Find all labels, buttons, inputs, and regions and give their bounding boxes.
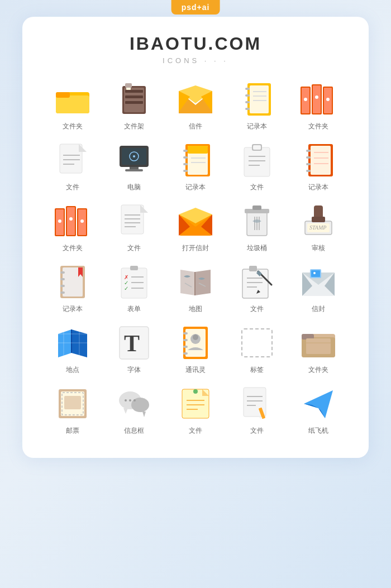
svg-rect-139	[183, 332, 188, 334]
svg-rect-152	[64, 396, 81, 409]
icon-doc-pencil	[239, 386, 275, 422]
icon-item-sticky-note: 文件	[168, 386, 223, 436]
svg-rect-98	[60, 278, 65, 280]
svg-text:✓: ✓	[124, 285, 128, 291]
icon-label-speech-bubbles: 信息框	[124, 426, 144, 436]
icon-item-notebook-orange: 记录本	[290, 142, 346, 192]
svg-marker-33	[79, 144, 87, 152]
svg-rect-48	[183, 150, 188, 152]
icon-item-envelope-photo: 信封	[290, 264, 346, 314]
svg-rect-49	[183, 156, 188, 159]
icon-item-stamp-mail: 邮票	[45, 386, 101, 436]
svg-rect-50	[183, 163, 188, 165]
icon-speech-bubbles	[116, 386, 152, 422]
svg-rect-6	[125, 95, 143, 98]
icons-grid: 文件夹 文件架 信件 记录本	[45, 82, 346, 436]
site-title: IBAOTU.COM	[45, 34, 346, 54]
icon-contacts	[178, 325, 213, 361]
svg-rect-59	[311, 146, 331, 175]
icon-item-folders-binder: 文件夹	[290, 82, 346, 131]
svg-rect-97	[60, 271, 65, 274]
icon-letter	[178, 82, 213, 117]
icon-label-checklist: 表单	[127, 304, 141, 314]
svg-marker-172	[304, 390, 333, 418]
svg-point-159	[133, 399, 136, 401]
svg-marker-154	[123, 408, 128, 414]
icon-item-document-plain: 文件	[45, 142, 101, 192]
svg-rect-52	[244, 147, 270, 176]
icon-label-letter: 信件	[189, 122, 202, 131]
card-header: IBAOTU.COM ICONS · · ·	[45, 34, 346, 65]
icon-item-pen-document: 文件	[229, 264, 285, 314]
icon-file-rack	[116, 82, 152, 117]
icon-label-paper-plane: 纸飞机	[308, 426, 328, 436]
icon-item-paper-plane: 纸飞机	[290, 386, 346, 436]
icon-doc-lines	[116, 203, 152, 239]
svg-rect-89	[252, 205, 261, 210]
icon-sticky-note	[178, 386, 213, 422]
svg-rect-1	[56, 95, 89, 113]
icon-map-book	[178, 264, 213, 300]
svg-rect-114	[249, 266, 257, 271]
icon-document-plain	[55, 142, 90, 178]
icon-label-contacts: 通讯灵	[185, 365, 206, 375]
icon-label-computer: 电脑	[127, 183, 141, 192]
svg-rect-41	[130, 167, 139, 169]
icon-item-computer: 电脑	[106, 142, 162, 192]
svg-rect-15	[250, 85, 269, 113]
icon-item-doc-lines: 文件	[106, 203, 162, 253]
icon-computer	[116, 142, 152, 178]
icon-item-stamp: STAMP 审核	[290, 203, 346, 253]
icon-label-location-map: 地点	[66, 365, 79, 375]
icon-label-map-book: 地图	[189, 304, 202, 314]
icon-label-stamp: 审核	[312, 243, 325, 253]
svg-rect-73	[58, 219, 61, 223]
icon-label-file-rack: 文件架	[124, 122, 144, 131]
site-subtitle: ICONS · · ·	[45, 56, 346, 65]
svg-rect-142	[183, 352, 188, 355]
svg-rect-63	[306, 150, 311, 152]
icon-stamp-mail	[55, 386, 90, 422]
icon-item-checklist: ✗ ✓ ✓ 表单	[106, 264, 162, 314]
icon-paper-plane	[301, 386, 336, 422]
icon-label-clipboard-doc: 文件	[250, 183, 264, 192]
svg-rect-45	[188, 146, 208, 154]
icon-label-pen-document: 文件	[250, 304, 264, 314]
svg-rect-31	[326, 98, 330, 101]
icon-binders-row	[55, 203, 90, 239]
icon-label-notebook-bookmark: 记录本	[63, 304, 83, 314]
icon-label-doc-pencil: 文件	[250, 426, 264, 436]
format-badge: psd+ai	[171, 0, 220, 15]
icon-item-folder-tan: 文件夹	[290, 325, 346, 375]
icon-item-tag-dotted: 标签	[229, 325, 285, 375]
icon-label-folder-yellow: 文件夹	[63, 122, 83, 131]
svg-text:STAMP: STAMP	[309, 224, 326, 231]
svg-rect-75	[80, 219, 84, 223]
icon-label-open-envelope: 打开信封	[182, 243, 209, 253]
icon-label-sticky-note: 文件	[189, 426, 202, 436]
icon-label-stamp-mail: 邮票	[66, 426, 79, 436]
icon-item-file-rack: 文件架	[106, 82, 162, 131]
icon-folder-yellow	[55, 82, 90, 117]
svg-rect-147	[306, 338, 331, 354]
svg-rect-21	[245, 101, 250, 103]
icon-trash	[239, 203, 275, 239]
icon-label-notebook-yellow: 记录本	[185, 183, 206, 192]
svg-rect-65	[306, 163, 311, 165]
svg-rect-70	[67, 207, 75, 235]
svg-point-127	[313, 272, 316, 274]
svg-point-138	[193, 334, 198, 340]
svg-rect-140	[183, 339, 188, 341]
icon-item-clipboard-doc: 文件	[229, 142, 285, 192]
icon-item-binders-row: 文件夹	[45, 203, 101, 253]
icon-notebook-yellow	[178, 142, 213, 178]
svg-rect-2	[56, 92, 70, 98]
svg-rect-54	[253, 145, 261, 150]
svg-marker-77	[140, 205, 148, 213]
svg-rect-51	[183, 170, 188, 172]
svg-rect-94	[312, 217, 325, 222]
svg-point-158	[129, 399, 131, 401]
icon-item-font-T: T 字体	[106, 325, 162, 375]
icon-label-envelope-photo: 信封	[312, 304, 325, 314]
svg-rect-9	[125, 83, 132, 88]
